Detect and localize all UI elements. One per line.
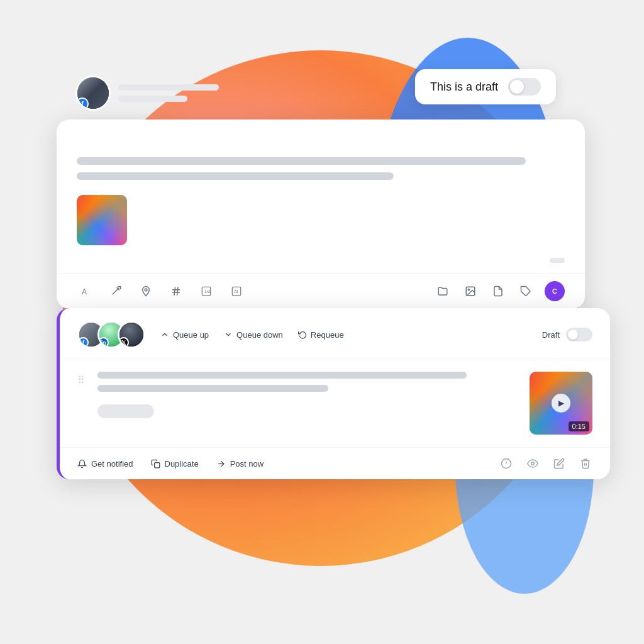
queue-up-label: Queue up — [173, 330, 209, 340]
puzzle-icon[interactable] — [517, 282, 535, 300]
draft-pill: This is a draft — [415, 69, 556, 104]
queue-draft-toggle-thumb — [568, 330, 578, 340]
composer-fb-badge: f — [76, 97, 89, 110]
duplicate-button[interactable]: Duplicate — [151, 459, 216, 469]
composer-profile-lines — [118, 84, 219, 102]
twitter-badge: 𝕏 — [118, 337, 129, 348]
composer-counter-area — [57, 258, 585, 273]
svg-line-6 — [174, 287, 175, 296]
get-notified-label: Get notified — [91, 459, 133, 469]
queue-header: f in 𝕏 Queue up Queue down — [60, 308, 610, 359]
post-now-button[interactable]: Post now — [216, 459, 281, 469]
svg-point-20 — [531, 462, 535, 465]
hashtag-icon[interactable] — [167, 282, 185, 300]
toolbar-left-icons: A 1st AI — [77, 282, 245, 300]
composer-avatar: f — [75, 75, 111, 111]
scene: This is a draft f A — [0, 0, 644, 644]
eye-icon[interactable] — [526, 457, 540, 470]
duration-badge: 0:15 — [569, 421, 589, 431]
footer-icon-area — [499, 457, 592, 470]
drag-handle[interactable]: ⠿ — [77, 374, 85, 386]
composer-card: A 1st AI — [57, 119, 585, 309]
svg-point-3 — [145, 289, 147, 291]
draft-toggle[interactable] — [508, 78, 541, 96]
composer-sub-line — [118, 96, 187, 102]
get-notified-button[interactable]: Get notified — [77, 459, 151, 469]
magic-wand-icon[interactable] — [107, 282, 125, 300]
svg-text:A: A — [82, 287, 87, 296]
queue-footer: Get notified Duplicate Post now — [60, 447, 610, 479]
svg-rect-15 — [154, 462, 159, 467]
queue-tag — [97, 404, 154, 418]
text-format-icon[interactable]: A — [77, 282, 94, 300]
composer-colorful-image — [77, 195, 127, 245]
location-icon[interactable] — [137, 282, 155, 300]
queue-text-area — [97, 372, 517, 418]
composer-toolbar: A 1st AI — [57, 273, 585, 309]
duplicate-label: Duplicate — [165, 459, 199, 469]
canva-button[interactable]: C — [545, 281, 565, 301]
svg-text:1st: 1st — [204, 289, 211, 294]
requeue-label: Requeue — [311, 330, 344, 340]
queue-card: f in 𝕏 Queue up Queue down — [57, 308, 610, 479]
composer-text-line-2 — [77, 172, 394, 180]
avatars-group: f in 𝕏 — [77, 321, 145, 348]
toolbar-right-icons: C — [434, 281, 565, 301]
linkedin-badge: in — [98, 337, 109, 348]
edit-icon[interactable] — [552, 457, 566, 470]
queue-down-label: Queue down — [236, 330, 283, 340]
numbered-list-icon[interactable]: 1st — [197, 282, 215, 300]
file-icon[interactable] — [489, 282, 507, 300]
queue-draft-label: Draft — [542, 330, 560, 340]
queue-text-line-1 — [97, 372, 467, 379]
queue-down-button[interactable]: Queue down — [224, 330, 283, 340]
draft-pill-label: This is a draft — [430, 80, 498, 94]
queue-text-line-2 — [97, 385, 328, 392]
facebook-badge: f — [78, 337, 89, 348]
composer-text-line-1 — [77, 157, 526, 165]
folder-icon[interactable] — [434, 282, 452, 300]
queue-thumbnail: ▶ 0:15 — [530, 372, 592, 435]
composer-name-line — [118, 84, 219, 91]
composer-profile-row: f — [75, 75, 219, 111]
trash-icon[interactable] — [579, 457, 592, 470]
composer-body — [57, 119, 585, 245]
post-now-label: Post now — [230, 459, 264, 469]
requeue-button[interactable]: Requeue — [298, 330, 344, 340]
ai-icon[interactable]: AI — [228, 282, 245, 300]
play-button[interactable]: ▶ — [552, 394, 570, 413]
queue-body: ⠿ ▶ 0:15 — [60, 359, 610, 447]
queue-actions: Queue up Queue down Requeue Draft — [160, 328, 592, 341]
composer-image — [77, 195, 127, 245]
svg-point-13 — [468, 289, 469, 290]
queue-up-button[interactable]: Queue up — [160, 330, 209, 340]
svg-text:AI: AI — [234, 289, 238, 294]
queue-draft-toggle[interactable] — [566, 328, 592, 341]
queue-draft-area: Draft — [542, 328, 592, 341]
avatar-twitter: 𝕏 — [118, 321, 145, 348]
svg-line-7 — [177, 287, 179, 296]
draft-toggle-thumb — [510, 80, 524, 94]
info-icon[interactable] — [499, 457, 513, 470]
image-icon[interactable] — [462, 282, 479, 300]
composer-counter-pill — [550, 258, 565, 263]
